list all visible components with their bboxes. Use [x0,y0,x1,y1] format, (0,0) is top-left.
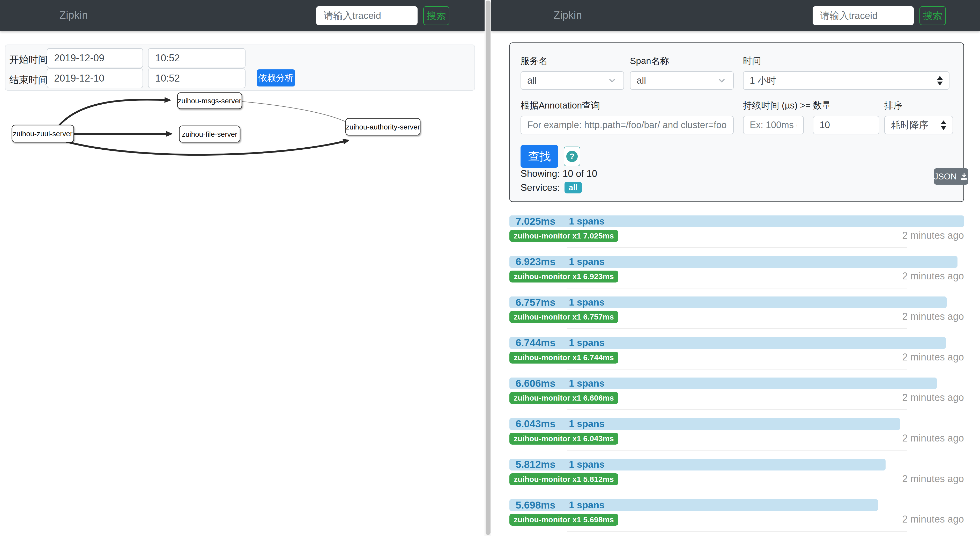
trace-service-badge[interactable]: zuihou-monitor x1 5.698ms [509,514,618,526]
zipkin-dual-app: Zipkin 搜索 开始时间 结束时间 依赖分析 [0,0,980,536]
right-panel-traces: Zipkin 搜索 服务名 Span名称 时间 all all [491,0,980,536]
edge-zuul-to-authority [66,140,348,155]
end-date-input[interactable] [47,69,143,88]
lookback-select-value: 1 小时 [750,74,776,87]
zipkin-brand[interactable]: Zipkin [59,9,88,21]
trace-meta-row: zuihou-monitor x1 6.923ms 2 minutes ago [509,271,964,282]
svg-text:zuihou-file-server: zuihou-file-server [182,130,237,138]
traceid-search-input[interactable] [316,6,418,25]
trace-row-divider [567,328,907,329]
end-time-label: 结束时间 [9,73,48,86]
svg-text:zuihou-authority-server: zuihou-authority-server [346,123,420,131]
trace-duration-bar[interactable]: 6.923ms 1 spans [509,256,958,268]
json-download-button[interactable]: JSON [934,168,968,185]
left-panel-scrollbar-thumb[interactable] [485,0,490,535]
trace-duration-text: 6.923ms [515,254,555,269]
trace-duration-bar[interactable]: 7.025ms 1 spans [509,215,964,227]
trace-row[interactable]: 6.606ms 1 spans zuihou-monitor x1 6.606m… [509,378,964,418]
trace-duration-bar[interactable]: 5.812ms 1 spans [509,459,886,471]
trace-row[interactable]: 6.744ms 1 spans zuihou-monitor x1 6.744m… [509,337,964,378]
graph-node-msgs[interactable]: zuihou-msgs-server [178,93,242,109]
trace-duration-bar[interactable]: 6.043ms 1 spans [509,418,900,430]
trace-row-divider [567,409,907,410]
trace-duration-text: 6.757ms [515,295,555,310]
trace-service-badge[interactable]: zuihou-monitor x1 6.606ms [509,392,618,404]
trace-row-divider [567,369,907,370]
annotation-query-label: 根据Annotation查询 [520,99,600,112]
trace-duration-bar[interactable]: 6.744ms 1 spans [509,337,946,349]
trace-span-count: 1 spans [569,376,605,391]
trace-meta-row: zuihou-monitor x1 6.043ms 2 minutes ago [509,433,964,445]
zipkin-brand[interactable]: Zipkin [554,9,582,21]
trace-row-divider [567,491,907,491]
graph-node-file[interactable]: zuihou-file-server [179,126,240,142]
limit-input[interactable] [813,116,879,134]
trace-time-ago: 2 minutes ago [902,473,964,485]
trace-row[interactable]: 5.698ms 1 spans zuihou-monitor x1 5.698m… [509,499,964,536]
chevron-down-icon [607,75,617,86]
trace-duration-bar[interactable]: 6.606ms 1 spans [509,378,937,389]
trace-service-badge[interactable]: zuihou-monitor x1 5.812ms [509,473,618,485]
sort-label: 排序 [884,99,902,112]
trace-service-badge[interactable]: zuihou-monitor x1 7.025ms [509,230,618,242]
traceid-search-input[interactable] [813,6,914,25]
sort-select[interactable]: 耗时降序 [884,116,953,134]
trace-row[interactable]: 6.043ms 1 spans zuihou-monitor x1 6.043m… [509,418,964,459]
right-navbar: Zipkin 搜索 [491,0,980,31]
find-traces-button[interactable]: 查找 [520,145,558,168]
help-button[interactable]: ? [564,147,580,166]
limit-label: 数量 [813,99,831,112]
trace-meta-row: zuihou-monitor x1 6.757ms 2 minutes ago [509,311,964,323]
graph-node-zuul[interactable]: zuihou-zuul-server [12,125,74,142]
trace-duration-bar[interactable]: 5.698ms 1 spans [509,499,878,511]
duration-label: 持续时间 (µs) >= [743,99,811,112]
trace-duration-text: 6.606ms [515,376,555,391]
trace-row-divider [567,247,907,248]
trace-duration-text: 5.698ms [515,498,555,513]
left-panel-scrollbar-track[interactable] [485,0,491,536]
lookback-select[interactable]: 1 小时 [743,71,950,90]
select-updown-icon [941,120,947,130]
end-clock-input[interactable] [148,69,245,88]
trace-service-badge[interactable]: zuihou-monitor x1 6.757ms [509,311,618,323]
traceid-search-button[interactable]: 搜索 [920,6,946,25]
traceid-search-button[interactable]: 搜索 [423,6,449,25]
trace-meta-row: zuihou-monitor x1 7.025ms 2 minutes ago [509,230,964,242]
annotation-query-input[interactable] [520,116,734,134]
trace-service-badge[interactable]: zuihou-monitor x1 6.744ms [509,352,618,364]
span-select-value: all [637,75,646,86]
select-updown-icon [937,76,943,85]
trace-meta-row: zuihou-monitor x1 5.698ms 2 minutes ago [509,514,964,526]
trace-span-count: 1 spans [569,498,605,513]
trace-service-badge[interactable]: zuihou-monitor x1 6.923ms [509,271,618,282]
trace-meta-row: zuihou-monitor x1 6.606ms 2 minutes ago [509,392,964,404]
dependency-analyze-button[interactable]: 依赖分析 [257,69,295,86]
services-label: Services: [520,182,560,193]
left-navbar: Zipkin 搜索 [0,0,485,31]
trace-duration-bar[interactable]: 6.757ms 1 spans [509,297,947,308]
trace-span-count: 1 spans [569,254,605,269]
trace-row[interactable]: 6.923ms 1 spans zuihou-monitor x1 6.923m… [509,256,964,297]
trace-search-card: 服务名 Span名称 时间 all all 1 小时 根据Annota [509,43,964,202]
service-select-value: all [527,75,536,86]
services-line: Services: all [520,182,582,193]
services-all-badge[interactable]: all [565,182,582,193]
start-clock-input[interactable] [148,48,245,68]
trace-meta-row: zuihou-monitor x1 6.744ms 2 minutes ago [509,352,964,364]
service-name-label: 服务名 [520,55,548,67]
service-select[interactable]: all [520,71,624,90]
dependency-graph: zuihou-zuul-server zuihou-msgs-server zu… [0,91,485,176]
start-date-input[interactable] [47,48,143,68]
trace-row[interactable]: 6.757ms 1 spans zuihou-monitor x1 6.757m… [509,297,964,337]
duration-input[interactable] [743,116,804,134]
trace-duration-text: 5.812ms [515,457,555,472]
edge-zuul-to-msgs [59,100,170,126]
left-panel-dependency: Zipkin 搜索 开始时间 结束时间 依赖分析 [0,0,485,536]
showing-count-text: Showing: 10 of 10 [520,168,597,179]
trace-row[interactable]: 5.812ms 1 spans zuihou-monitor x1 5.812m… [509,459,964,499]
trace-service-badge[interactable]: zuihou-monitor x1 6.043ms [509,433,618,445]
graph-node-authority[interactable]: zuihou-authority-server [346,118,420,135]
span-select[interactable]: all [630,71,734,90]
trace-row[interactable]: 7.025ms 1 spans zuihou-monitor x1 7.025m… [509,215,964,256]
trace-span-count: 1 spans [569,416,605,431]
